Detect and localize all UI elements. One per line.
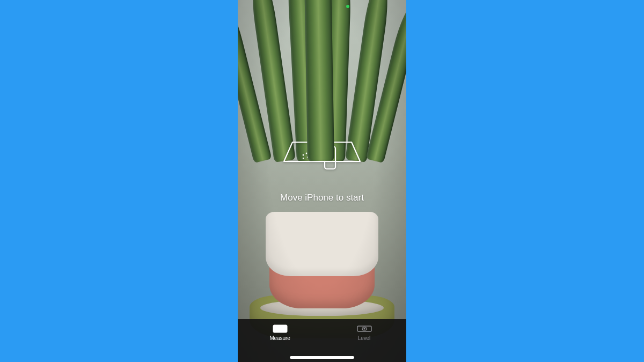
svg-point-3	[312, 151, 313, 152]
svg-point-2	[309, 152, 311, 153]
svg-point-10	[316, 155, 317, 156]
level-icon	[357, 323, 372, 334]
camera-active-indicator-icon	[346, 5, 349, 8]
tab-measure-label: Measure	[269, 335, 290, 341]
tab-measure[interactable]: Measure	[251, 323, 310, 341]
svg-point-8	[307, 157, 308, 158]
ar-onboarding-hint: Move iPhone to start	[280, 137, 364, 203]
ar-hint-text: Move iPhone to start	[280, 193, 364, 203]
svg-point-1	[306, 153, 308, 154]
svg-point-6	[321, 150, 323, 152]
tab-level-label: Level	[358, 335, 370, 341]
svg-point-5	[318, 150, 320, 151]
svg-point-17	[363, 328, 365, 329]
tab-level[interactable]: Level	[335, 323, 394, 341]
svg-point-0	[303, 154, 304, 156]
ruler-icon	[273, 323, 288, 334]
svg-point-11	[320, 155, 321, 156]
svg-point-7	[303, 158, 304, 159]
svg-point-9	[311, 156, 312, 157]
home-indicator[interactable]	[290, 356, 354, 359]
svg-rect-12	[325, 146, 335, 169]
move-phone-over-plane-icon	[282, 137, 362, 182]
phone-screen: Move iPhone to start Measure Level	[238, 0, 406, 362]
tab-bar: Measure Level	[238, 319, 406, 362]
svg-point-4	[315, 150, 317, 152]
